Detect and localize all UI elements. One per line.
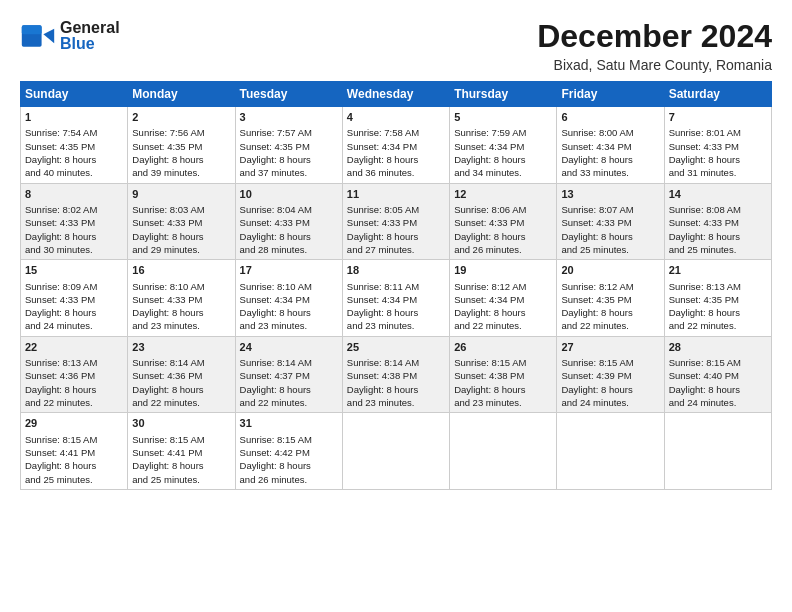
calendar-cell: 16Sunrise: 8:10 AMSunset: 4:33 PMDayligh…: [128, 260, 235, 337]
cell-line: Sunset: 4:35 PM: [561, 293, 659, 306]
day-number: 2: [132, 110, 230, 125]
day-number: 10: [240, 187, 338, 202]
col-header-friday: Friday: [557, 82, 664, 107]
cell-line: Sunrise: 7:59 AM: [454, 126, 552, 139]
day-number: 9: [132, 187, 230, 202]
calendar-page: General Blue December 2024 Bixad, Satu M…: [0, 0, 792, 504]
day-number: 19: [454, 263, 552, 278]
calendar-cell: 8Sunrise: 8:02 AMSunset: 4:33 PMDaylight…: [21, 183, 128, 260]
cell-line: and 37 minutes.: [240, 166, 338, 179]
cell-line: Sunset: 4:40 PM: [669, 369, 767, 382]
cell-line: and 39 minutes.: [132, 166, 230, 179]
cell-line: Sunset: 4:33 PM: [25, 216, 123, 229]
cell-line: Sunrise: 8:03 AM: [132, 203, 230, 216]
cell-line: and 28 minutes.: [240, 243, 338, 256]
cell-line: Daylight: 8 hours: [561, 230, 659, 243]
cell-line: and 23 minutes.: [240, 319, 338, 332]
cell-line: Daylight: 8 hours: [454, 306, 552, 319]
cell-line: Sunset: 4:33 PM: [347, 216, 445, 229]
calendar-cell: 11Sunrise: 8:05 AMSunset: 4:33 PMDayligh…: [342, 183, 449, 260]
cell-line: Daylight: 8 hours: [561, 383, 659, 396]
cell-line: and 40 minutes.: [25, 166, 123, 179]
cell-line: and 25 minutes.: [132, 473, 230, 486]
day-number: 28: [669, 340, 767, 355]
cell-line: and 22 minutes.: [561, 319, 659, 332]
calendar-cell: [342, 413, 449, 490]
calendar-cell: 4Sunrise: 7:58 AMSunset: 4:34 PMDaylight…: [342, 107, 449, 184]
calendar-cell: 31Sunrise: 8:15 AMSunset: 4:42 PMDayligh…: [235, 413, 342, 490]
cell-line: and 23 minutes.: [454, 396, 552, 409]
cell-line: Sunset: 4:37 PM: [240, 369, 338, 382]
cell-line: and 23 minutes.: [132, 319, 230, 332]
col-header-monday: Monday: [128, 82, 235, 107]
cell-line: Sunrise: 8:00 AM: [561, 126, 659, 139]
col-header-wednesday: Wednesday: [342, 82, 449, 107]
cell-line: Sunrise: 8:06 AM: [454, 203, 552, 216]
day-number: 1: [25, 110, 123, 125]
col-header-saturday: Saturday: [664, 82, 771, 107]
cell-line: Daylight: 8 hours: [454, 230, 552, 243]
cell-line: Sunset: 4:38 PM: [347, 369, 445, 382]
cell-line: Sunrise: 8:01 AM: [669, 126, 767, 139]
cell-line: Sunrise: 8:15 AM: [25, 433, 123, 446]
cell-line: Sunset: 4:39 PM: [561, 369, 659, 382]
cell-line: Sunrise: 8:12 AM: [561, 280, 659, 293]
day-number: 17: [240, 263, 338, 278]
cell-line: Sunrise: 8:10 AM: [240, 280, 338, 293]
calendar-cell: 6Sunrise: 8:00 AMSunset: 4:34 PMDaylight…: [557, 107, 664, 184]
cell-line: Daylight: 8 hours: [132, 153, 230, 166]
cell-line: Sunset: 4:35 PM: [669, 293, 767, 306]
day-number: 15: [25, 263, 123, 278]
cell-line: Daylight: 8 hours: [240, 383, 338, 396]
day-number: 8: [25, 187, 123, 202]
cell-line: and 23 minutes.: [347, 396, 445, 409]
calendar-cell: [450, 413, 557, 490]
col-header-tuesday: Tuesday: [235, 82, 342, 107]
day-number: 13: [561, 187, 659, 202]
cell-line: and 22 minutes.: [25, 396, 123, 409]
calendar-cell: 12Sunrise: 8:06 AMSunset: 4:33 PMDayligh…: [450, 183, 557, 260]
cell-line: and 24 minutes.: [561, 396, 659, 409]
cell-line: Daylight: 8 hours: [240, 306, 338, 319]
day-number: 18: [347, 263, 445, 278]
day-number: 6: [561, 110, 659, 125]
week-row-3: 15Sunrise: 8:09 AMSunset: 4:33 PMDayligh…: [21, 260, 772, 337]
cell-line: Sunrise: 7:56 AM: [132, 126, 230, 139]
calendar-cell: 29Sunrise: 8:15 AMSunset: 4:41 PMDayligh…: [21, 413, 128, 490]
cell-line: and 22 minutes.: [132, 396, 230, 409]
cell-line: Sunrise: 8:15 AM: [132, 433, 230, 446]
calendar-cell: 23Sunrise: 8:14 AMSunset: 4:36 PMDayligh…: [128, 336, 235, 413]
cell-line: Sunrise: 8:15 AM: [669, 356, 767, 369]
calendar-cell: 1Sunrise: 7:54 AMSunset: 4:35 PMDaylight…: [21, 107, 128, 184]
calendar-cell: 9Sunrise: 8:03 AMSunset: 4:33 PMDaylight…: [128, 183, 235, 260]
day-number: 5: [454, 110, 552, 125]
week-row-5: 29Sunrise: 8:15 AMSunset: 4:41 PMDayligh…: [21, 413, 772, 490]
cell-line: Sunset: 4:33 PM: [561, 216, 659, 229]
cell-line: and 26 minutes.: [454, 243, 552, 256]
cell-line: and 36 minutes.: [347, 166, 445, 179]
day-number: 7: [669, 110, 767, 125]
cell-line: Daylight: 8 hours: [132, 230, 230, 243]
subtitle: Bixad, Satu Mare County, Romania: [537, 57, 772, 73]
svg-marker-2: [43, 29, 54, 43]
col-header-sunday: Sunday: [21, 82, 128, 107]
calendar-cell: 20Sunrise: 8:12 AMSunset: 4:35 PMDayligh…: [557, 260, 664, 337]
calendar-cell: 24Sunrise: 8:14 AMSunset: 4:37 PMDayligh…: [235, 336, 342, 413]
cell-line: Daylight: 8 hours: [669, 230, 767, 243]
day-number: 21: [669, 263, 767, 278]
week-row-1: 1Sunrise: 7:54 AMSunset: 4:35 PMDaylight…: [21, 107, 772, 184]
cell-line: Daylight: 8 hours: [561, 153, 659, 166]
calendar-cell: 7Sunrise: 8:01 AMSunset: 4:33 PMDaylight…: [664, 107, 771, 184]
cell-line: and 27 minutes.: [347, 243, 445, 256]
cell-line: Daylight: 8 hours: [347, 383, 445, 396]
cell-line: Sunrise: 8:05 AM: [347, 203, 445, 216]
cell-line: Daylight: 8 hours: [347, 230, 445, 243]
cell-line: Daylight: 8 hours: [240, 153, 338, 166]
logo-text: General Blue: [60, 20, 120, 52]
calendar-cell: 5Sunrise: 7:59 AMSunset: 4:34 PMDaylight…: [450, 107, 557, 184]
main-title: December 2024: [537, 18, 772, 55]
logo-icon: [20, 18, 56, 54]
cell-line: Daylight: 8 hours: [25, 153, 123, 166]
logo: General Blue: [20, 18, 120, 54]
cell-line: Daylight: 8 hours: [347, 306, 445, 319]
